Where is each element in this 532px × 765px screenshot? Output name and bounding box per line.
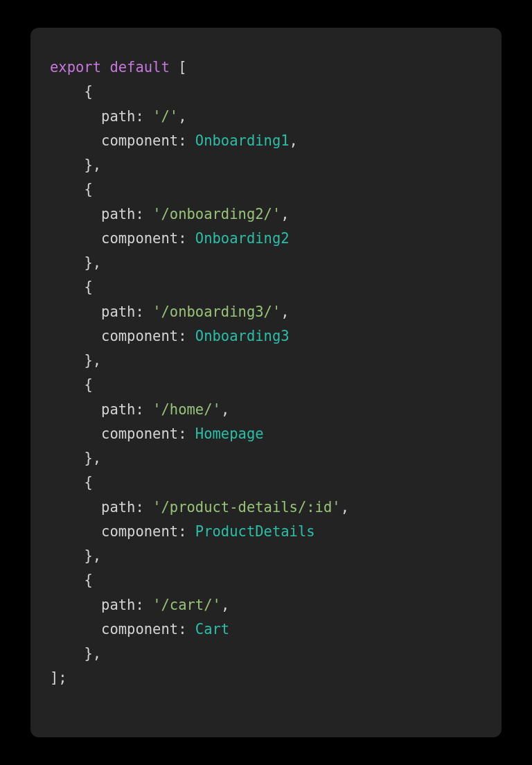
code-panel: export default [ { path: '/', component:…: [30, 28, 502, 737]
prop-path: path: [101, 401, 135, 418]
comma: ,: [281, 206, 289, 222]
string-path: '/cart/': [152, 597, 221, 613]
colon: :: [178, 328, 186, 344]
colon: :: [178, 132, 186, 149]
string-path: '/home/': [152, 401, 221, 418]
prop-path: path: [101, 597, 135, 613]
open-brace: {: [84, 181, 92, 197]
colon: :: [178, 523, 186, 540]
prop-path: path: [101, 304, 135, 320]
keyword-export: export: [50, 59, 101, 76]
comma: ,: [290, 132, 298, 149]
close-brace: }: [84, 547, 92, 564]
comma: ,: [93, 157, 101, 173]
colon: :: [135, 597, 143, 613]
comma: ,: [93, 352, 101, 369]
close-brace: }: [84, 450, 92, 466]
string-path: '/onboarding2/': [152, 206, 281, 222]
comma: ,: [281, 304, 289, 320]
prop-path: path: [101, 499, 135, 516]
close-brace: }: [84, 352, 92, 369]
prop-component: component: [101, 425, 178, 442]
prop-path: path: [101, 206, 135, 222]
code-block: export default [ { path: '/', component:…: [50, 55, 482, 691]
string-path: '/': [152, 108, 178, 125]
colon: :: [135, 401, 143, 418]
component-name: Onboarding2: [195, 230, 290, 247]
string-path: '/onboarding3/': [152, 304, 281, 320]
comma: ,: [221, 401, 229, 418]
open-brace: {: [84, 279, 92, 295]
component-name: Cart: [195, 621, 229, 638]
prop-path: path: [101, 108, 135, 125]
prop-component: component: [101, 328, 178, 344]
component-name: Onboarding3: [195, 328, 290, 344]
comma: ,: [93, 645, 101, 662]
close-brace: }: [84, 157, 92, 173]
colon: :: [178, 425, 186, 442]
comma: ,: [178, 108, 186, 125]
string-path: '/product-details/:id': [152, 499, 341, 516]
colon: :: [135, 499, 143, 516]
open-brace: {: [84, 376, 92, 393]
prop-component: component: [101, 132, 178, 149]
open-bracket: [: [178, 59, 186, 76]
comma: ,: [93, 547, 101, 564]
keyword-default: default: [109, 59, 169, 76]
open-brace: {: [84, 83, 92, 100]
semicolon: ;: [58, 669, 66, 686]
comma: ,: [93, 450, 101, 466]
component-name: Homepage: [195, 425, 264, 442]
component-name: ProductDetails: [195, 523, 315, 540]
comma: ,: [93, 254, 101, 271]
open-brace: {: [84, 474, 92, 491]
close-brace: }: [84, 254, 92, 271]
comma: ,: [341, 499, 349, 516]
colon: :: [178, 230, 186, 247]
colon: :: [135, 304, 143, 320]
colon: :: [178, 621, 186, 638]
prop-component: component: [101, 230, 178, 247]
comma: ,: [221, 597, 229, 613]
prop-component: component: [101, 523, 178, 540]
prop-component: component: [101, 621, 178, 638]
colon: :: [135, 108, 143, 125]
colon: :: [135, 206, 143, 222]
close-bracket: ]: [50, 669, 58, 686]
component-name: Onboarding1: [195, 132, 290, 149]
close-brace: }: [84, 645, 92, 662]
open-brace: {: [84, 572, 92, 588]
